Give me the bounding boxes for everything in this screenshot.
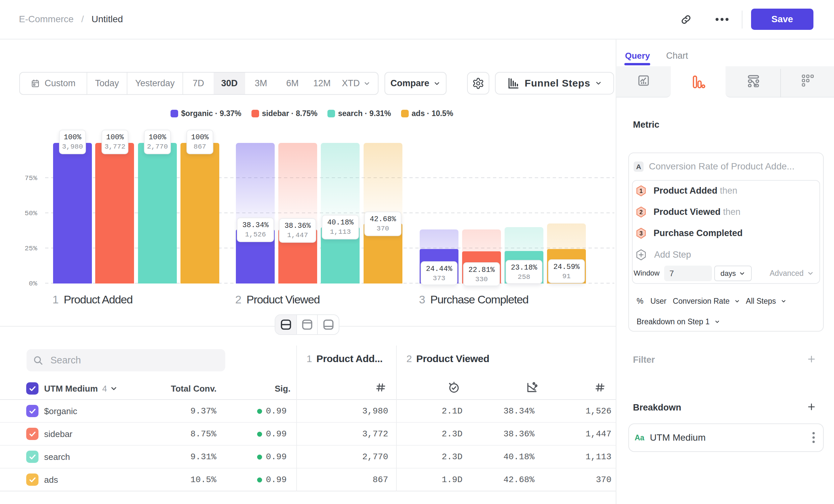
- svg-text:3: 3: [640, 230, 643, 237]
- svg-text:1: 1: [640, 188, 643, 194]
- svg-text:2: 2: [640, 209, 643, 215]
